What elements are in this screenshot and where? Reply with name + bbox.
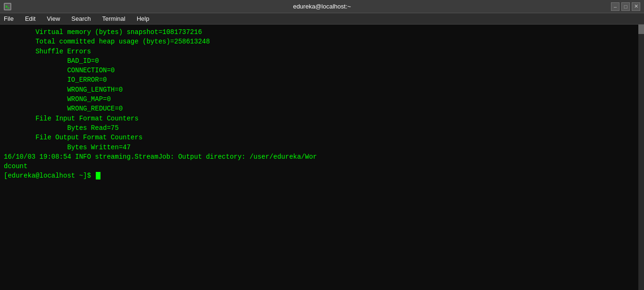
terminal-line-9: File Input Format Counters <box>4 114 640 123</box>
terminal-line-12: Bytes Written=47 <box>4 143 640 152</box>
terminal-line-10: Bytes Read=75 <box>4 123 640 133</box>
terminal-line-8: WRONG_REDUCE=0 <box>4 104 640 113</box>
terminal-line-11: File Output Format Counters <box>4 133 640 142</box>
terminal-line-5: IO_ERROR=0 <box>4 75 640 85</box>
terminal-line-6: WRONG_LENGTH=0 <box>4 85 640 94</box>
menu-search[interactable]: Search <box>69 15 92 22</box>
terminal-line-0: Virtual memory (bytes) snapshot=10817372… <box>4 27 640 37</box>
terminal-line-13: 16/10/03 19:08:54 INFO streaming.StreamJ… <box>4 152 640 171</box>
menu-file[interactable]: File <box>2 15 16 22</box>
menu-view[interactable]: View <box>45 15 62 22</box>
menu-bar: File Edit View Search Terminal Help <box>0 13 644 25</box>
terminal-line-prompt: [edureka@localhost ~]$ <box>4 171 640 180</box>
title-bar-left <box>4 3 11 10</box>
terminal-line-7: WRONG_MAP=0 <box>4 94 640 104</box>
terminal-body[interactable]: Virtual memory (bytes) snapshot=10817372… <box>0 25 644 290</box>
menu-terminal[interactable]: Terminal <box>100 15 127 22</box>
terminal-icon <box>4 3 11 10</box>
window-controls: – □ ✕ <box>611 2 640 11</box>
terminal-line-1: Total committed heap usage (bytes)=25861… <box>4 37 640 46</box>
minimize-button[interactable]: – <box>611 2 619 11</box>
terminal-line-3: BAD_ID=0 <box>4 56 640 66</box>
window-title: edureka@localhost:~ <box>293 3 351 10</box>
scrollbar[interactable] <box>638 25 644 290</box>
terminal-line-2: Shuffle Errors <box>4 47 640 56</box>
terminal-line-4: CONNECTION=0 <box>4 66 640 75</box>
menu-help[interactable]: Help <box>135 15 151 22</box>
menu-edit[interactable]: Edit <box>23 15 37 22</box>
title-bar: edureka@localhost:~ – □ ✕ <box>0 0 644 13</box>
cursor <box>96 172 100 179</box>
scrollbar-thumb[interactable] <box>638 25 644 34</box>
close-button[interactable]: ✕ <box>632 2 640 11</box>
maximize-button[interactable]: □ <box>621 2 630 11</box>
